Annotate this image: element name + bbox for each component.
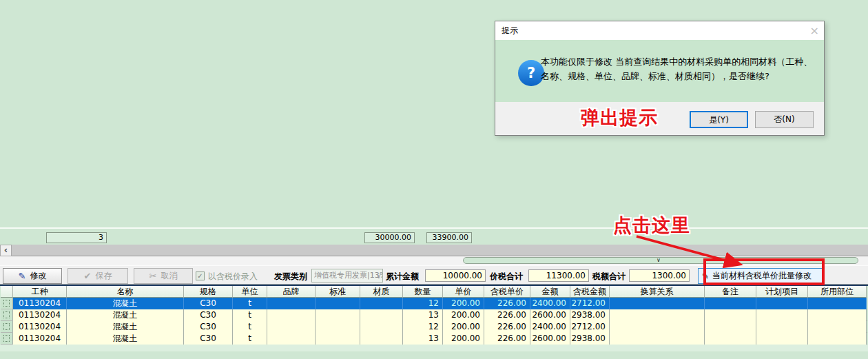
checkmark-icon: ✓ [197,272,203,280]
cell-note [705,321,756,333]
cell-brand [267,298,316,309]
price-tax-total-label: 价税合计 [490,271,523,283]
cell-spec: C30 [184,333,233,345]
app-window: { "colors": { "page_bg": "#cfe7d3", "dia… [0,0,868,359]
cell-quantity: 13 [403,333,443,345]
cell-gongzhong: 01130204 [13,333,67,345]
cell-note [705,298,756,309]
column-header[interactable]: 单位 [233,286,267,298]
amount-total-field: 30000.00 [364,232,415,243]
cell-quantity: 12 [403,298,443,309]
row-selector-header [1,286,13,298]
cell-unit-price: 200.00 [443,309,484,321]
dialog-body: ? 本功能仅限于修改 当前查询结果中的材料采购单的相同材料（工种、名称、规格、单… [495,40,824,102]
cell-amount-with-tax: 2712.00 [570,321,610,333]
cell-material [360,321,403,333]
cell-unit-price: 200.00 [443,321,484,333]
popup-annotation-label: 弹出提示 [581,105,658,130]
scroll-left-button[interactable]: ‹ [0,245,12,256]
save-icon: ✔ [84,271,92,281]
cell-plan-item [756,309,808,321]
cell-material [360,309,403,321]
cell-brand [267,333,316,345]
cell-quantity: 12 [403,321,443,333]
cell-standard [316,321,360,333]
cell-material [360,298,403,309]
column-header[interactable]: 所用部位 [808,286,867,298]
cell-name: 混凝土 [67,321,184,333]
scissors-icon: ✂ [149,271,157,281]
row-selector[interactable] [1,298,13,309]
cell-conversion [610,309,705,321]
no-button[interactable]: 否(N) [755,111,814,128]
column-header[interactable]: 材质 [360,286,403,298]
column-header[interactable]: 数量 [403,286,443,298]
column-header[interactable]: 规格 [184,286,233,298]
cell-amount-with-tax: 2938.00 [570,333,610,345]
cell-gongzhong: 01130204 [13,309,67,321]
cell-gongzhong: 01130204 [13,298,67,309]
cell-quantity: 13 [403,309,443,321]
materials-table: 工种 名称 规格 单位 品牌 标准 材质 数量 单价 含税单价 金额 含税金额 … [1,286,867,345]
price-tax-total-field[interactable]: 11300.00 [528,269,589,282]
invoice-type-dropdown[interactable]: 增值税专用发票|13% ∨ [311,269,383,283]
cell-unit-price-with-tax: 226.00 [484,321,530,333]
modify-button[interactable]: ✎ 修改 [3,268,62,284]
column-header[interactable]: 含税金额 [570,286,610,298]
scroll-left-icon: ‹ [4,245,8,255]
cumulative-amount-label: 累计金额 [386,271,419,283]
cell-amount: 2600.00 [530,309,570,321]
dialog-message: 本功能仅限于修改 当前查询结果中的材料采购单的相同材料（工种、名称、规格、单位、… [541,54,819,83]
column-header[interactable]: 标准 [316,286,360,298]
column-header[interactable]: 金额 [530,286,570,298]
save-button-label: 保存 [95,270,112,282]
cell-amount-with-tax: 2712.00 [570,298,610,309]
cell-spec: C30 [184,298,233,309]
cell-note [705,333,756,345]
table-row[interactable]: 01130204 混凝土 C30 t 13 200.00 226.00 2600… [1,309,867,321]
table-row[interactable]: 01130204 混凝土 C30 t 13 200.00 226.00 2600… [1,333,867,345]
cell-gongzhong: 01130204 [13,321,67,333]
cell-standard [316,298,360,309]
column-header[interactable]: 备注 [705,286,756,298]
cell-spec: C30 [184,321,233,333]
cell-conversion [610,321,705,333]
column-header[interactable]: 含税单价 [484,286,530,298]
cell-brand [267,321,316,333]
tax-total-label: 税额合计 [592,271,626,283]
column-header[interactable]: 单价 [443,286,484,298]
close-icon[interactable]: × [810,23,819,39]
row-selector[interactable] [1,309,13,320]
tax-entry-checkbox[interactable]: ✓ [196,271,205,280]
column-header[interactable]: 品牌 [267,286,316,298]
cell-amount: 2400.00 [530,321,570,333]
table-row[interactable]: 01130204 混凝土 C30 t 12 200.00 226.00 2400… [1,321,867,333]
column-header[interactable]: 换算关系 [610,286,705,298]
modify-button-label: 修改 [30,270,46,282]
row-selector[interactable] [1,321,13,332]
table-row[interactable]: 01130204 混凝土 C30 t 12 200.00 226.00 2400… [1,298,867,309]
cell-standard [316,309,360,321]
column-header[interactable]: 计划项目 [756,286,808,298]
cell-unit-price: 200.00 [443,333,484,345]
column-header[interactable]: 工种 [13,286,67,298]
save-button[interactable]: ✔ 保存 [68,268,128,284]
cell-brand [267,309,316,321]
cumulative-amount-field[interactable]: 10000.00 [425,269,486,282]
cell-used-part [808,333,867,345]
cell-note [705,309,756,321]
row-selector[interactable] [1,333,13,344]
cell-plan-item [756,333,808,345]
amount-with-tax-total-field: 33900.00 [426,232,472,243]
cancel-button[interactable]: ✂ 取消 [134,268,193,284]
chevron-down-icon: ∨ [376,270,381,283]
table-header-row: 工种 名称 规格 单位 品牌 标准 材质 数量 单价 含税单价 金额 含税金额 … [1,286,867,298]
yes-button[interactable]: 是(Y) [690,111,748,128]
cell-amount: 2600.00 [530,333,570,345]
invoice-type-label: 发票类别 [274,271,307,283]
invoice-type-value: 增值税专用发票|13% [314,271,383,280]
cell-material [360,333,403,345]
cell-name: 混凝土 [67,309,184,321]
cancel-button-label: 取消 [161,270,177,282]
column-header[interactable]: 名称 [67,286,184,298]
